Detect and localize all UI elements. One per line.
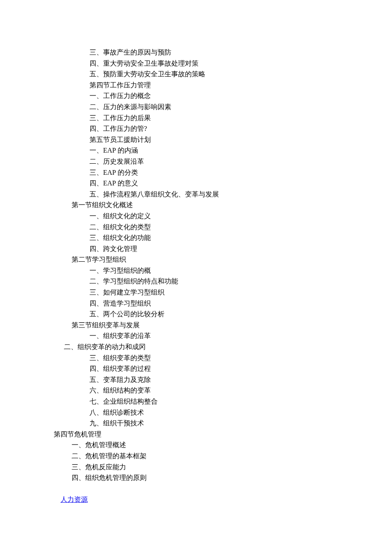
outline-line: 二、组织文化的类型 [0,222,392,233]
outline-line: 四、跨文化管理 [0,243,392,254]
outline-line: 四、组织危机管理的原则 [0,472,392,483]
outline-line: 一、组织文化的定义 [0,211,392,222]
hr-link[interactable]: 人力资源 [61,496,88,503]
outline-line: 三、工作压力的后果 [0,113,392,124]
outline-line: 三、危机反应能力 [0,462,392,473]
outline-line: 第一节组织文化概述 [0,199,392,211]
outline-line: 一、工作压力的概念 [0,90,392,101]
outline-line: 一、组织变革的沿革 [0,330,392,341]
outline-line: 二、学习型组织的特点和功能 [0,276,392,287]
outline-line: 一、学习型组织的概 [0,265,392,276]
outline-line: 九、组织干预技术 [0,418,392,429]
document-page: 三、事故产生的原因与预防四、重大劳动安全卫生事故处理对策五、预防重大劳动安全卫生… [0,0,392,516]
outline-line: 一、危机管理概述 [0,439,392,451]
outline-line: 三、EAP 的分类 [0,167,392,178]
footer-link-line: 人力资源 [0,483,392,516]
outline-line: 五、预防重大劳动安全卫生事故的策略 [0,69,392,80]
outline-line: 三、组织文化的功能 [0,232,392,243]
outline-line: 四、EAP 的意义 [0,178,392,189]
outline-line: 四、组织变革的过程 [0,363,392,374]
outline-line: 五、两个公司的比较分析 [0,309,392,320]
outline-line: 第四节危机管理 [0,429,392,440]
outline-line: 第二节学习型组织 [0,254,392,265]
outline-line: 二、历史发展沿革 [0,156,392,167]
outline-line: 第三节组织变革与发展 [0,320,392,331]
outline-line: 三、组织变革的类型 [0,353,392,364]
outline-line: 七、企业组织结构整合 [0,396,392,407]
outline-line: 第五节员工援助计划 [0,134,392,145]
outline-line: 二、组织变革的动力和成冈 [0,341,392,353]
outline-line: 五、变革阻力及克除 [0,374,392,385]
outline-line: 二、危机管理的基本框架 [0,451,392,462]
outline-line: 二、压力的来源与影响因素 [0,101,392,113]
outline-line: 四、工作压力的管? [0,123,392,134]
outline-line: 一、EAP 的内涵 [0,145,392,156]
outline-line: 四、营造学习型组织 [0,298,392,309]
outline-line: 六、组织结构的变革 [0,385,392,396]
outline-line: 八、组织诊断技术 [0,407,392,418]
outline-line: 五、操作流程第八章组织文化、变革与发展 [0,189,392,200]
outline-body: 三、事故产生的原因与预防四、重大劳动安全卫生事故处理对策五、预防重大劳动安全卫生… [0,47,392,483]
outline-line: 三、事故产生的原因与预防 [0,47,392,58]
outline-line: 第四节工作压力管理 [0,80,392,91]
outline-line: 三、如何建立学习型组织 [0,287,392,298]
outline-line: 四、重大劳动安全卫生事故处理对策 [0,58,392,69]
